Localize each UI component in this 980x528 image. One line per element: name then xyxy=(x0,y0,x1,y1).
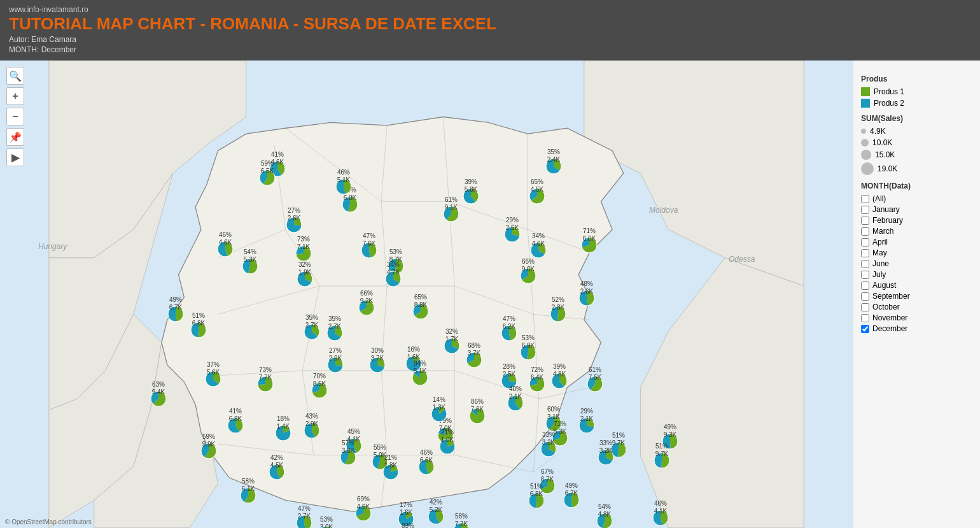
datalabel-59: 52%2.8K xyxy=(552,296,565,311)
size-19k: 19.0K xyxy=(861,162,972,175)
header: www.info-invatamant.ro TUTORIAL MAP CHAR… xyxy=(0,0,980,61)
sidebar: Produs Produs 1 Produs 2 SUM(Sales) 4.9K… xyxy=(853,61,980,528)
map-area: 🔍 + − 📌 ▶ xyxy=(0,61,853,528)
datalabel-46: 68%3.7K xyxy=(468,342,481,357)
datalabel-39: 16%1.6K xyxy=(407,346,421,361)
filter-checkbox-1[interactable] xyxy=(861,206,869,214)
datalabel-55: 29%2.5K xyxy=(506,217,519,232)
datalabel-57: 71%6.0K xyxy=(583,227,596,243)
filter-label-4[interactable]: April xyxy=(872,238,888,246)
filter-label-5[interactable]: May xyxy=(872,248,887,257)
odessa-label: Odessa xyxy=(729,255,755,264)
filter-checkbox-12[interactable] xyxy=(861,325,869,333)
datalabel-50: 53%6.9K xyxy=(522,334,535,350)
filter-label-11[interactable]: November xyxy=(872,313,907,322)
datalabel-52: 65%4.5K xyxy=(531,178,544,194)
size-circle-2 xyxy=(861,139,869,146)
datalabel-71: 49%6.7K xyxy=(565,482,578,497)
size-circle-1 xyxy=(861,129,866,134)
datalabel-37: 83%7.6K xyxy=(402,522,415,528)
filter-checkbox-4[interactable] xyxy=(861,238,869,246)
filter-label-8[interactable]: August xyxy=(872,281,896,290)
datalabel-60: 66%9.0K xyxy=(522,258,535,273)
map-controls: 🔍 + − 📌 ▶ xyxy=(6,67,24,166)
filter-label-1[interactable]: January xyxy=(872,205,900,214)
filter-item-all: (All) xyxy=(861,194,972,203)
datalabel-70: 67%6.7K xyxy=(541,468,554,483)
filter-label-9[interactable]: September xyxy=(872,292,910,301)
datalabel-48: 86%7.6K xyxy=(471,398,484,413)
filter-checkbox-0[interactable] xyxy=(861,195,869,203)
datalabel-38: 30%3.7K xyxy=(371,347,384,362)
datalabel-79: 65%8.8K xyxy=(414,294,428,309)
filter-item-august: August xyxy=(861,281,972,290)
datalabel-22: 41%6.8K xyxy=(229,408,242,423)
size-4.9k: 4.9K xyxy=(861,127,972,136)
datalabel-49: 47%6.2K xyxy=(503,315,516,331)
author-label: Autor: Ema Camara xyxy=(9,35,971,44)
filter-checkbox-6[interactable] xyxy=(861,260,869,268)
datalabel-47: 14%1.3K xyxy=(433,396,446,411)
datalabel-40: 84%8.1K xyxy=(414,360,427,375)
datalabel-56: 34%4.6K xyxy=(532,232,545,248)
search-button[interactable]: 🔍 xyxy=(6,67,24,85)
filter-label-7[interactable]: July xyxy=(872,270,886,279)
datalabel-64: 39%4.8K xyxy=(553,363,566,378)
datalabel-74: 51%9.7K xyxy=(612,432,626,447)
datalabel-11: 34%4.7K xyxy=(387,261,400,276)
datalabel-13: 35%2.7K xyxy=(328,315,342,331)
size-label-4: 19.0K xyxy=(878,164,897,173)
datalabel-44: 58%7.3K xyxy=(455,513,468,528)
filter-checkbox-8[interactable] xyxy=(861,282,869,290)
zoom-out-button[interactable]: − xyxy=(6,108,24,125)
datalabel-35: 17%1.6K xyxy=(400,501,413,517)
datalabel-72: 51%6.8K xyxy=(530,483,543,498)
filter-checkbox-7[interactable] xyxy=(861,271,869,279)
filter-checkbox-11[interactable] xyxy=(861,314,869,322)
filter-item-april: April xyxy=(861,238,972,246)
datalabel-9: 47%7.6K xyxy=(363,232,376,248)
datalabel-12: 66%9.2K xyxy=(360,290,374,305)
datalabel-26: 42%4.5K xyxy=(270,454,284,469)
size-label-3: 15.0K xyxy=(875,150,895,159)
size-10k: 10.0K xyxy=(861,138,972,147)
filter-label-10[interactable]: October xyxy=(872,303,900,311)
filter-item-june: June xyxy=(861,259,972,268)
filter-checkbox-5[interactable] xyxy=(861,249,869,257)
datalabel-21: 63%9.4K xyxy=(152,381,165,396)
copyright-label: © OpenStreetMap contributors xyxy=(5,518,92,525)
datalabel-32: 47%2.7K xyxy=(298,505,311,520)
legend-produs2: Produs 2 xyxy=(861,99,972,108)
datalabel-63: 40%2.1K xyxy=(509,385,522,401)
datalabel-53: 39%5.8K xyxy=(465,178,478,194)
datalabel-16: 51%6.8K xyxy=(192,312,206,327)
datalabel-25: 43%2.9K xyxy=(305,413,319,428)
filter-checkbox-9[interactable] xyxy=(861,292,869,301)
size-label-2: 10.0K xyxy=(872,138,892,147)
datalabel-7: 54%5.3K xyxy=(244,248,257,264)
filter-label-0[interactable]: (All) xyxy=(872,194,886,203)
filter-item-march: March xyxy=(861,227,972,236)
legend-produs1: Produs 1 xyxy=(861,87,972,96)
filter-label-12[interactable]: December xyxy=(872,324,907,333)
produs2-label: Produs 2 xyxy=(874,99,904,108)
filter-checkbox-10[interactable] xyxy=(861,303,869,311)
filter-checkbox-2[interactable] xyxy=(861,217,869,225)
produs1-label: Produs 1 xyxy=(874,87,904,96)
datalabel-58: 48%2.6K xyxy=(580,280,594,296)
month-label: MONTH: December xyxy=(9,45,971,54)
filter-label-3[interactable]: March xyxy=(872,227,893,236)
filter-list: (All)JanuaryFebruaryMarchAprilMayJuneJul… xyxy=(861,194,972,333)
zoom-in-button[interactable]: + xyxy=(6,87,24,105)
size-15k: 15.0K xyxy=(861,150,972,160)
expand-button[interactable]: ▶ xyxy=(6,148,24,166)
datalabel-14: 35%2.7K xyxy=(305,314,319,329)
filter-label-2[interactable]: February xyxy=(872,216,903,225)
filter-label-6[interactable]: June xyxy=(872,259,889,268)
legend-title: Produs xyxy=(861,75,972,83)
pin-button[interactable]: 📌 xyxy=(6,128,24,146)
filter-item-november: November xyxy=(861,313,972,322)
filter-checkbox-3[interactable] xyxy=(861,227,869,236)
website-url: www.info-invatamant.ro xyxy=(9,5,971,14)
datalabel-6: 46%4.6K xyxy=(219,231,232,246)
